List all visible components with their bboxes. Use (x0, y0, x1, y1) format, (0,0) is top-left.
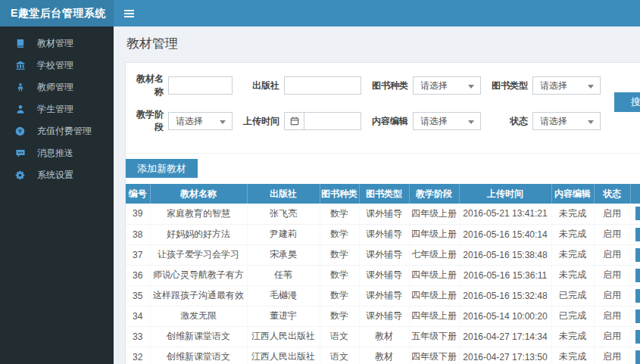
row-action-button[interactable] (635, 350, 640, 364)
publisher-input[interactable] (284, 76, 361, 95)
row-action-button[interactable] (635, 330, 640, 344)
cell-actions (630, 306, 640, 326)
svg-text:¥: ¥ (18, 128, 22, 135)
stage-label: 教学阶段 (130, 108, 164, 134)
col-header-status: 状态 (594, 184, 630, 204)
book-kind-select[interactable]: 请选择 (413, 76, 481, 95)
cell-kind: 数学 (320, 306, 359, 326)
cell-id: 38 (126, 224, 150, 244)
sidebar-item-label: 消息推送 (37, 147, 73, 160)
cell-time: 四年级上册 (409, 224, 459, 244)
cell-actions (630, 326, 640, 347)
cell-status: 启用 (594, 244, 630, 265)
navbar (114, 0, 640, 26)
cell-type: 教材 (359, 326, 409, 347)
cell-publisher: 任苇 (247, 265, 320, 285)
content-box: 教材名称 出版社 图书种类 请选择 图书类型 请选择 教学阶段 (125, 62, 640, 364)
book-type-select[interactable]: 请选择 (532, 76, 601, 95)
cell-actions (630, 244, 640, 265)
sidebar-item-label: 系统设置 (37, 169, 73, 182)
cell-publisher: 毛樾漫 (247, 285, 320, 306)
cell-id: 34 (126, 306, 150, 326)
calendar-icon[interactable] (284, 112, 304, 130)
sidebar-toggle-icon[interactable] (124, 0, 147, 26)
cell-publisher: 宋承昊 (247, 244, 320, 265)
top-bar: E趣堂后台管理系统 (0, 0, 640, 26)
sidebar-item-schools[interactable]: 学校管理 (0, 54, 114, 76)
cell-actions (630, 285, 640, 306)
row-action-button[interactable] (635, 248, 640, 262)
bank-icon (14, 61, 26, 71)
book-type-label: 图书类型 (492, 79, 528, 92)
upload-time-label: 上传时间 (243, 115, 279, 128)
sidebar-item-label: 学校管理 (37, 59, 73, 72)
row-action-button[interactable] (635, 207, 640, 220)
editor-select[interactable]: 请选择 (413, 112, 481, 130)
col-header-id: 编号 (126, 184, 150, 204)
book-icon (14, 39, 26, 49)
cell-actions (630, 224, 640, 244)
cell-time: 四年级上册 (409, 204, 459, 224)
status-label: 状态 (492, 115, 528, 128)
cell-editor: 未完成 (551, 347, 594, 364)
textbook-name-input[interactable] (168, 76, 233, 95)
cell-id: 33 (126, 326, 150, 347)
cell-name: 创维新课堂语文 (150, 347, 247, 364)
cell-name: 好妈妈的好方法 (150, 224, 247, 244)
table-row: 39 家庭教育的智慧 张飞亮 数学 课外辅导 四年级上册 2016-05-21 … (126, 204, 640, 224)
cell-upload-time: 2016-04-27 17:13:50 (459, 347, 551, 364)
cell-id: 37 (126, 244, 150, 265)
add-textbook-button[interactable]: 添加新教材 (126, 159, 198, 178)
app-logo: E趣堂后台管理系统 (0, 0, 114, 26)
cell-kind: 数学 (320, 244, 359, 265)
col-header-stage: 教学阶段 (409, 184, 459, 204)
sidebar-item-label: 学生管理 (37, 103, 73, 116)
cell-type: 课外辅导 (359, 306, 409, 326)
cell-name: 激发无限 (150, 306, 247, 326)
page-title: 教材管理 (114, 26, 640, 59)
cell-publisher: 董进宇 (247, 306, 320, 326)
sidebar-item-payment[interactable]: ¥ 充值付费管理 (0, 120, 114, 142)
row-action-button[interactable] (635, 310, 640, 323)
teacher-icon (14, 82, 26, 93)
cell-publisher: 张飞亮 (247, 204, 320, 224)
table-row: 36 师说心灵导航教子有方 任苇 数学 课外辅导 四年级上册 2016-05-1… (126, 265, 640, 285)
cell-editor: 已完成 (551, 306, 594, 326)
cell-time: 七年级上册 (409, 244, 459, 265)
toolbar: 添加新教材 (126, 154, 640, 184)
student-icon (14, 104, 26, 115)
col-header-kind: 图书种类 (320, 184, 359, 204)
cell-editor: 未完成 (551, 326, 594, 347)
search-button[interactable]: 搜索 (614, 92, 640, 112)
chevron-down-icon (588, 85, 594, 89)
sidebar-item-students[interactable]: 学生管理 (0, 98, 114, 120)
row-action-button[interactable] (635, 289, 640, 303)
table-body: 39 家庭教育的智慧 张飞亮 数学 课外辅导 四年级上册 2016-05-21 … (126, 204, 640, 364)
sidebar-item-settings[interactable]: 系统设置 (0, 164, 114, 186)
table-header-row: 编号 教材名称 出版社 图书种类 图书类型 教学阶段 上传时间 内容编辑 状态 (126, 184, 640, 204)
sidebar-item-textbooks[interactable]: 教材管理 (0, 33, 114, 54)
row-action-button[interactable] (635, 228, 640, 241)
chevron-down-icon (468, 120, 474, 124)
col-header-name: 教材名称 (150, 184, 247, 204)
upload-time-input[interactable] (304, 112, 361, 130)
sidebar-item-teachers[interactable]: 教师管理 (0, 76, 114, 98)
publisher-label: 出版社 (243, 79, 279, 92)
row-action-button[interactable] (635, 269, 640, 282)
cell-time: 四年级上册 (409, 285, 459, 306)
cell-editor: 未完成 (551, 244, 594, 265)
cell-id: 35 (126, 285, 150, 306)
stage-select[interactable]: 请选择 (168, 112, 233, 130)
cell-name: 这样跟孩子沟通最有效 (150, 285, 247, 306)
sidebar-item-label: 教材管理 (37, 37, 73, 50)
cell-id: 36 (126, 265, 150, 285)
sidebar-item-messages[interactable]: 消息推送 (0, 142, 114, 164)
status-select[interactable]: 请选择 (532, 112, 601, 130)
book-kind-label: 图书种类 (372, 79, 408, 92)
cell-status: 启用 (594, 306, 630, 326)
cell-actions (630, 265, 640, 285)
comment-icon (14, 148, 26, 159)
cell-upload-time: 2016-05-16 15:36:11 (459, 265, 551, 285)
cell-publisher: 江西人民出版社 (247, 326, 320, 347)
coin-icon: ¥ (14, 126, 26, 137)
